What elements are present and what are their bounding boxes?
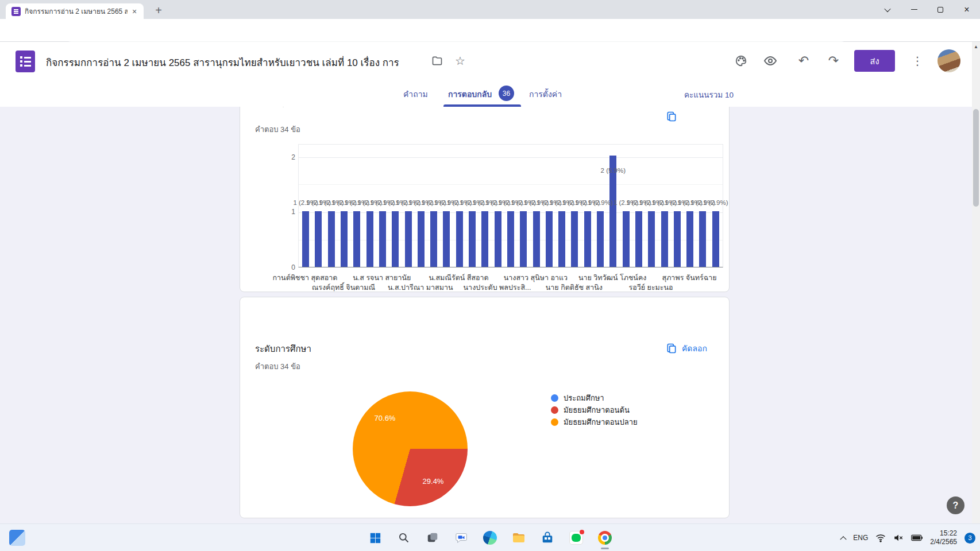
windows-taskbar: ENG 15:22 2/4/2565 3	[0, 523, 980, 551]
chat-teams-icon[interactable]	[454, 530, 469, 545]
legend-label: ประถมศึกษา	[564, 392, 604, 404]
line-app-icon[interactable]	[569, 530, 584, 545]
legend-item: ประถมศึกษา	[551, 392, 638, 404]
bar	[558, 211, 565, 267]
screen: กิจกรรมการอ่าน 2 เมษายน 2565 สา × + × ← …	[0, 0, 980, 551]
bar	[430, 211, 437, 267]
close-icon: ×	[964, 5, 969, 14]
bar-value-label: 1 (2.9%)	[703, 199, 728, 207]
maximize-icon	[937, 7, 943, 13]
edge-logo-icon	[483, 531, 497, 545]
x-axis-label: น.ส.ปารีณา มาสมาน	[388, 284, 453, 292]
taskbar-clock[interactable]: 15:22 2/4/2565	[930, 529, 957, 546]
x-axis-label: นาย วิทวัฒน์ โภชน์คง	[578, 274, 646, 282]
bar	[456, 211, 463, 267]
gridline	[299, 157, 723, 158]
tab-questions[interactable]: คำถาม	[403, 88, 428, 100]
window-close-button[interactable]: ×	[954, 0, 980, 19]
x-axis-label: นาย กิตติธัช สานิง	[546, 284, 603, 292]
search-icon[interactable]	[396, 530, 411, 545]
tab-responses[interactable]: การตอบกลับ	[448, 88, 492, 100]
send-button[interactable]: ส่ง	[854, 50, 895, 72]
x-axis-label: กานต์พิชชา สุดสอาด	[273, 274, 338, 282]
copy-icon	[666, 111, 677, 122]
x-axis-label: นางสาว สุนิษา อาแว	[504, 274, 568, 282]
bar	[597, 211, 604, 267]
line-logo-icon	[569, 531, 583, 545]
bar	[648, 211, 655, 267]
notification-count-badge[interactable]: 3	[964, 533, 975, 544]
star-icon[interactable]: ☆	[453, 53, 468, 68]
gridline-minor	[299, 184, 723, 185]
question-title: ระดับการศึกษา	[255, 342, 311, 356]
x-axis-label: รอวีย์ ยะมะนอ	[629, 284, 673, 292]
scrollbar-thumb[interactable]	[973, 109, 979, 207]
legend-label: มัยธยมศึกษาตอนปลาย	[564, 416, 638, 428]
window-maximize-button[interactable]	[927, 0, 954, 19]
answers-count: คำตอบ 34 ข้อ	[255, 360, 300, 372]
page-scrollbar[interactable]: ▲	[972, 42, 980, 523]
google-forms-logo-icon[interactable]	[16, 51, 35, 72]
copy-chart-button[interactable]: คัดลอก	[666, 342, 707, 355]
x-axis-label: ณรงค์ฤทธิ์ จินดามณี	[312, 284, 376, 292]
bar	[379, 211, 386, 267]
forms-favicon-icon	[11, 7, 21, 16]
bar	[315, 211, 322, 267]
copy-icon	[666, 343, 677, 354]
bar	[546, 211, 553, 267]
bar	[495, 211, 501, 267]
account-avatar[interactable]	[937, 49, 960, 72]
more-options-icon[interactable]: ⋮	[910, 53, 925, 68]
bar-value-label: 2 (5.9%)	[601, 166, 626, 174]
new-tab-button[interactable]: +	[151, 3, 167, 19]
window-minimize-button[interactable]	[901, 0, 927, 19]
forms-header: กิจกรรมกการอ่าน 2 เมษายน 2565 สารานุกรมไ…	[0, 42, 980, 80]
microsoft-store-icon[interactable]	[540, 530, 555, 545]
minimize-icon	[911, 9, 917, 10]
battery-icon[interactable]	[911, 534, 923, 541]
browser-tab[interactable]: กิจกรรมการอ่าน 2 เมษายน 2565 สา ×	[6, 3, 144, 19]
task-view-icon[interactable]	[425, 530, 440, 545]
bar	[405, 211, 412, 267]
tab-settings[interactable]: การตั้งค่า	[529, 88, 562, 100]
volume-muted-icon[interactable]	[893, 533, 904, 542]
running-app-indicator	[601, 548, 609, 549]
answers-count: คำตอบ 34 ข้อ	[255, 123, 300, 135]
wifi-icon[interactable]	[875, 533, 886, 542]
hidden-icons-chevron-icon[interactable]	[840, 536, 847, 542]
help-button[interactable]: ?	[947, 496, 964, 514]
bar-chart-plot: 1 (2.9%)1 (2.9%)1 (2.9%)1 (2.9%)1 (2.9%)…	[298, 144, 723, 267]
preview-eye-icon[interactable]	[763, 53, 778, 68]
clock-date: 2/4/2565	[930, 538, 957, 546]
start-button-icon[interactable]	[368, 530, 383, 545]
bar	[328, 211, 335, 267]
file-explorer-icon[interactable]	[511, 530, 526, 545]
copy-chart-button[interactable]	[666, 111, 677, 122]
pie-slice-value: 70.6%	[375, 414, 396, 422]
move-folder-icon[interactable]	[430, 53, 445, 68]
bar	[699, 211, 706, 267]
chrome-browser-icon[interactable]	[597, 530, 612, 545]
theme-palette-icon[interactable]	[734, 53, 748, 68]
browser-tab-title: กิจกรรมการอ่าน 2 เมษายน 2565 สา	[25, 6, 128, 17]
forms-nav: คำถาม การตอบกลับ การตั้งค่า คะแนนรวม 10	[0, 80, 980, 107]
tab-close-icon[interactable]: ×	[130, 7, 139, 16]
name-chart-card: ชื่อ - สกุล คำตอบ 34 ข้อ 2 1 0 1 (2.9%)1…	[240, 80, 730, 292]
edge-browser-icon[interactable]	[483, 530, 497, 545]
y-axis-tick: 0	[273, 263, 295, 271]
undo-icon[interactable]: ↶	[796, 53, 811, 68]
bar	[469, 211, 476, 267]
page-content: ชื่อ - สกุล คำตอบ 34 ข้อ 2 1 0 1 (2.9%)1…	[0, 107, 980, 523]
notification-dot	[580, 530, 584, 534]
scroll-up-arrow-icon[interactable]: ▲	[972, 43, 980, 51]
x-axis-label: สุภาพร จันทร์ฉาย	[662, 274, 717, 282]
legend-item: มัยธยมศึกษาตอนต้น	[551, 404, 638, 416]
form-title[interactable]: กิจกรรมกการอ่าน 2 เมษายน 2565 สารานุกรมไ…	[46, 55, 425, 70]
active-tab-underline	[443, 104, 521, 107]
bar	[302, 211, 309, 267]
language-indicator[interactable]: ENG	[853, 534, 868, 542]
bar	[481, 211, 488, 267]
redo-icon[interactable]: ↷	[826, 53, 841, 68]
tab-search-button[interactable]	[874, 0, 901, 19]
y-axis-tick: 1	[273, 208, 295, 216]
